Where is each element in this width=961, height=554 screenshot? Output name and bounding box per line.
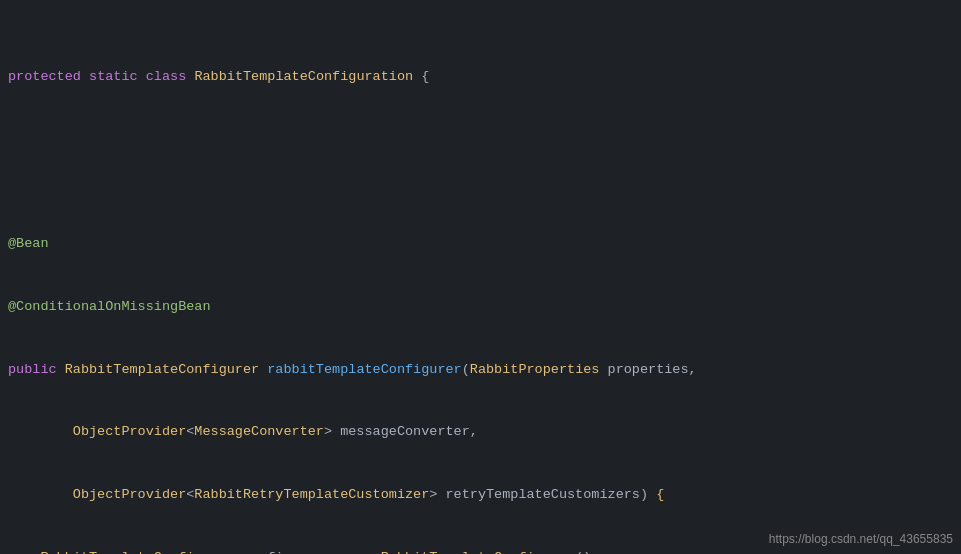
watermark: https://blog.csdn.net/qq_43655835	[769, 532, 953, 546]
code-block: protected static class RabbitTemplateCon…	[0, 0, 961, 554]
code-line-cond1: @ConditionalOnMissingBean	[8, 297, 953, 318]
code-line-param2: ObjectProvider<RabbitRetryTemplateCustom…	[8, 485, 953, 506]
code-line-bean1: @Bean	[8, 234, 953, 255]
code-line-param1: ObjectProvider<MessageConverter> message…	[8, 422, 953, 443]
code-line-method1: public RabbitTemplateConfigurer rabbitTe…	[8, 360, 953, 381]
code-line-blank	[8, 150, 953, 171]
code-line-1: protected static class RabbitTemplateCon…	[8, 67, 953, 88]
code-line-body1: RabbitTemplateConfigurer configurer = ne…	[8, 548, 953, 554]
